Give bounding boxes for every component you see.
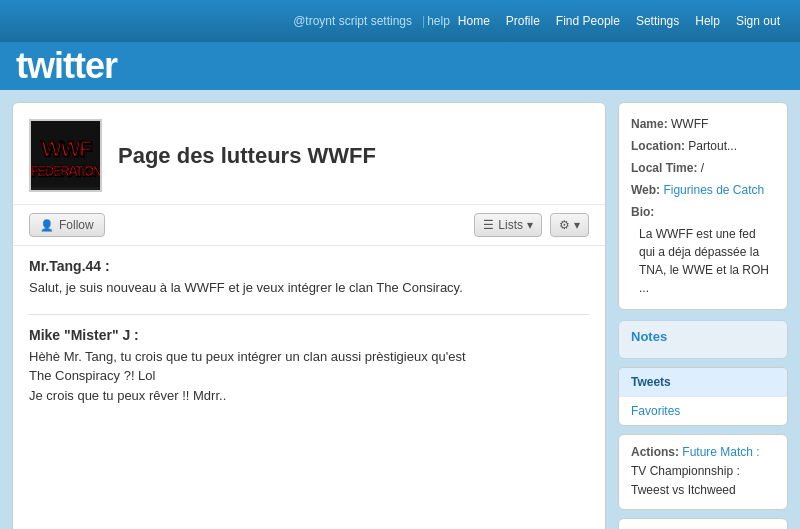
notes-title: Notes xyxy=(631,329,775,344)
topbar-divider: | xyxy=(422,14,425,28)
following-box[interactable]: Following xyxy=(618,518,788,529)
svg-text:FEDERATION: FEDERATION xyxy=(31,163,100,179)
web-label: Web: xyxy=(631,183,660,197)
local-time-value: / xyxy=(701,161,704,175)
tweet-divider xyxy=(29,314,589,315)
nav-sign-out[interactable]: Sign out xyxy=(728,10,788,32)
avatar-initials: WWF FEDERATION xyxy=(31,119,100,192)
topbar-at-user: @troynt script settings xyxy=(293,14,412,28)
web-link[interactable]: Figurines de Catch xyxy=(663,183,764,197)
nav-help[interactable]: Help xyxy=(687,10,728,32)
notes-box: Notes xyxy=(618,320,788,359)
bio-row: Bio: xyxy=(631,203,775,221)
actions-link1[interactable]: Future Match : xyxy=(682,445,759,459)
gear-button[interactable]: ⚙ ▾ xyxy=(550,213,589,237)
actions-box: Actions: Future Match : TV Championnship… xyxy=(618,434,788,510)
lists-icon: ☰ xyxy=(483,218,494,232)
location-label: Location: xyxy=(631,139,685,153)
nav-settings[interactable]: Settings xyxy=(628,10,687,32)
lists-button[interactable]: ☰ Lists ▾ xyxy=(474,213,542,237)
local-time-label: Local Time: xyxy=(631,161,697,175)
tab-tweets[interactable]: Tweets xyxy=(619,368,787,397)
bio-label: Bio: xyxy=(631,205,654,219)
location-value: Partout... xyxy=(688,139,737,153)
help-link[interactable]: help xyxy=(427,14,450,28)
action-bar: 👤 Follow ☰ Lists ▾ ⚙ ▾ xyxy=(13,205,605,246)
location-row: Location: Partout... xyxy=(631,137,775,155)
bio-text: La WWFF est une fed qui a déja dépassée … xyxy=(631,225,775,297)
right-column: Name: WWFF Location: Partout... Local Ti… xyxy=(618,102,788,529)
profile-info-box: Name: WWFF Location: Partout... Local Ti… xyxy=(618,102,788,310)
center-column: WWF FEDERATION Page des lutteurs WWFF 👤 … xyxy=(12,102,606,529)
avatar-svg: WWF FEDERATION xyxy=(31,119,100,187)
svg-text:WWF: WWF xyxy=(41,136,92,161)
tweet-block-2: Mike "Mister" J : Hèhè Mr. Tang, tu croi… xyxy=(29,327,589,406)
topbar-right: @troynt script settings | help Home Prof… xyxy=(293,10,788,32)
name-row: Name: WWFF xyxy=(631,115,775,133)
avatar: WWF FEDERATION xyxy=(29,119,102,192)
lists-label: Lists xyxy=(498,218,523,232)
nav-find-people[interactable]: Find People xyxy=(548,10,628,32)
gear-icon: ⚙ xyxy=(559,218,570,232)
topbar-nav: Home Profile Find People Settings Help S… xyxy=(450,10,788,32)
actions-label: Actions: xyxy=(631,445,679,459)
name-value: WWFF xyxy=(671,117,708,131)
tweet-author-2: Mike "Mister" J : xyxy=(29,327,589,343)
nav-home[interactable]: Home xyxy=(450,10,498,32)
follow-icon: 👤 xyxy=(40,219,54,232)
profile-page-title: Page des lutteurs WWFF xyxy=(118,143,376,169)
follow-button[interactable]: 👤 Follow xyxy=(29,213,105,237)
web-row: Web: Figurines de Catch xyxy=(631,181,775,199)
follow-label: Follow xyxy=(59,218,94,232)
tweet-text-2: Hèhè Mr. Tang, tu crois que tu peux inté… xyxy=(29,347,589,406)
name-label: Name: xyxy=(631,117,668,131)
twitter-logo[interactable]: twitter xyxy=(16,45,117,87)
main-wrapper: WWF FEDERATION Page des lutteurs WWFF 👤 … xyxy=(0,90,800,529)
logo-bar: twitter xyxy=(0,42,800,90)
nav-profile[interactable]: Profile xyxy=(498,10,548,32)
actions-text: TV Championnship : Tweest vs Itchweed xyxy=(631,464,740,497)
profile-header: WWF FEDERATION Page des lutteurs WWFF xyxy=(13,103,605,205)
tweets-area: Mr.Tang.44 : Salut, je suis nouveau à la… xyxy=(13,246,605,433)
nav-tabs: Tweets Favorites xyxy=(618,367,788,426)
tweet-text-1: Salut, je suis nouveau à la WWFF et je v… xyxy=(29,278,589,298)
local-time-row: Local Time: / xyxy=(631,159,775,177)
tab-favorites[interactable]: Favorites xyxy=(619,397,787,425)
tweet-block-1: Mr.Tang.44 : Salut, je suis nouveau à la… xyxy=(29,258,589,298)
lists-arrow: ▾ xyxy=(527,218,533,232)
gear-arrow: ▾ xyxy=(574,218,580,232)
tweet-author-1: Mr.Tang.44 : xyxy=(29,258,589,274)
top-bar: @troynt script settings | help Home Prof… xyxy=(0,0,800,42)
